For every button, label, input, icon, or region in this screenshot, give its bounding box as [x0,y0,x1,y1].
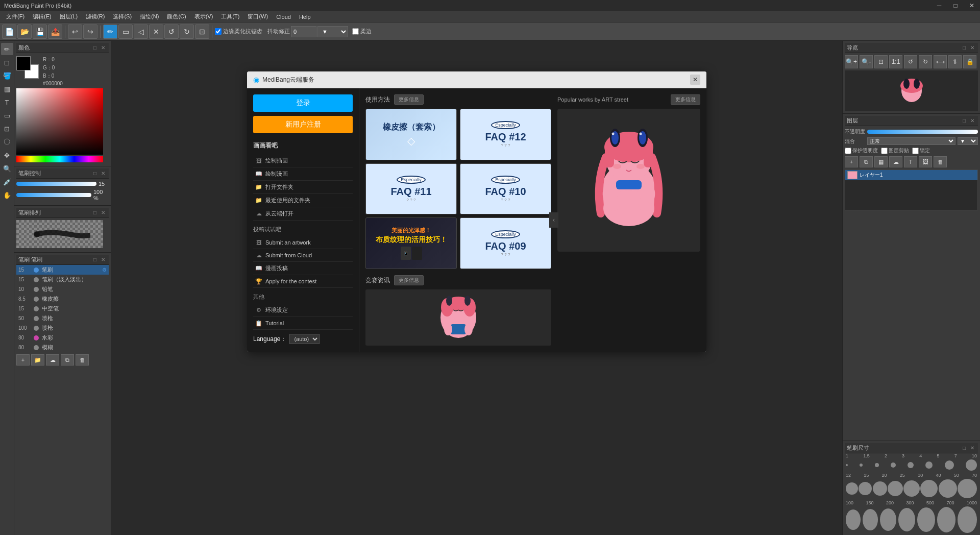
brush-cloud-btn[interactable]: ☁ [46,354,59,366]
protect-opacity-check[interactable]: 保护透明度 [845,147,878,154]
size-dot-1.5[interactable] [860,464,863,467]
layer-cloud-btn[interactable]: ☁ [889,156,902,167]
register-btn[interactable]: 新用户注册 [253,116,353,133]
modal-recent-folder[interactable]: 📁 最近使用的文件夹 [253,194,353,207]
toolbar-tool6[interactable]: ↻ [180,25,194,39]
size-dot-200[interactable] [880,508,896,531]
menu-tools[interactable]: 工具(T) [217,12,243,21]
nav-zoom-in[interactable]: 🔍+ [845,55,858,68]
brush-size-slider[interactable] [16,182,96,186]
nav-fit[interactable]: ⊡ [874,55,888,68]
brush-item-6[interactable]: 100 喷枪 [16,323,109,333]
size-dot-150[interactable] [863,509,878,530]
color-picker-gradient[interactable] [16,88,103,155]
modal-open-cloud[interactable]: ☁ 从云端打开 [253,207,353,221]
smooth-check[interactable]: 柔边 [352,28,372,35]
color-panel-close[interactable]: ✕ [100,44,107,52]
modal-submit-artwork[interactable]: 🖼 Submit an artwork [253,236,353,249]
size-dot-7[interactable] [945,460,954,470]
toolbar-tool7[interactable]: ⊡ [195,25,209,39]
toolbar-save[interactable]: 💾 [33,25,47,39]
login-btn[interactable]: 登录 [253,94,353,112]
fg-swatch[interactable] [16,56,31,70]
nav-flip-v[interactable]: ⥮ [948,55,962,68]
modal-close-btn[interactable]: ✕ [690,75,700,85]
tool-eraser[interactable]: ◻ [1,56,13,68]
maximize-btn[interactable]: □ [947,0,964,11]
antialias-check[interactable]: 边缘柔化抗锯齿 [215,28,262,35]
brush-add-btn[interactable]: + [16,354,30,366]
layer-copy-btn[interactable]: ⧉ [860,156,873,167]
tool-gradient[interactable]: ▦ [1,83,13,95]
contest-thumbnail[interactable] [365,289,551,346]
brush-control-collapse[interactable]: □ [91,170,99,177]
toolbar-new[interactable]: 📄 [2,25,16,39]
size-dot-1[interactable] [846,464,848,466]
brush-control-close[interactable]: ✕ [100,170,107,177]
nav-rot-right[interactable]: ↻ [919,55,932,68]
size-dot-12[interactable] [846,482,858,495]
popular-prev-btn[interactable]: ‹ [549,212,558,228]
lock-check[interactable]: 锁定 [912,147,930,154]
thumbnail-faq12[interactable]: Especially FAQ #12 ? ? ? [460,109,551,160]
size-dot-15[interactable] [859,482,872,495]
layer-panel-collapse[interactable]: □ [961,117,968,125]
toolbar-open[interactable]: 📂 [17,25,32,39]
brush-item-1[interactable]: 15 笔刷（淡入淡出） [16,275,109,284]
thumbnail-faq11[interactable]: Especially FAQ #11 ? ? ? [365,163,457,215]
popular-more-btn[interactable]: 更多信息 [671,94,700,105]
nav-flip-h[interactable]: ⟷ [934,55,947,68]
tool-zoom[interactable]: 🔍 [1,162,13,175]
modal-tutorial[interactable]: 📋 Tutorial [253,317,353,330]
layer-panel-close[interactable]: ✕ [969,117,976,125]
layer-group-btn[interactable]: ▦ [874,156,888,167]
size-dot-50[interactable] [939,479,957,498]
layer-del-btn[interactable]: 🗑 [934,156,947,167]
brush-list-close[interactable]: ✕ [100,256,107,263]
size-dot-25[interactable] [888,481,903,496]
nav-lock[interactable]: 🔒 [963,55,976,68]
size-dot-5[interactable] [925,461,933,469]
thumbnail-eraser[interactable]: 橡皮擦（套索） ◇ [365,109,457,160]
layer-text-btn[interactable]: T [904,156,917,167]
minimize-btn[interactable]: ─ [931,0,947,11]
brush-opacity-slider[interactable] [16,193,91,197]
hue-slider[interactable] [16,156,103,162]
nav-panel-close[interactable]: ✕ [969,44,976,52]
stabilize-select[interactable]: ▼ [317,26,348,37]
size-dot-70[interactable] [958,479,977,498]
toolbar-tool5[interactable]: ↺ [164,25,179,39]
brushsize-panel-close[interactable]: ✕ [969,445,976,452]
menu-select[interactable]: 选择(S) [109,12,136,21]
modal-open-folder[interactable]: 📁 打开文件夹 [253,181,353,194]
brush-item-4[interactable]: 15 中空笔 [16,304,109,313]
toolbar-tool2[interactable]: ▭ [118,25,133,39]
menu-cloud[interactable]: Cloud [272,13,295,21]
modal-manga-submit[interactable]: 📖 漫画投稿 [253,262,353,275]
size-dot-20[interactable] [873,481,887,496]
menu-view[interactable]: 表示(V) [190,12,217,21]
size-dot-30[interactable] [903,480,920,497]
layer-opacity-slider[interactable] [867,130,978,134]
brush-folder-btn[interactable]: 📁 [31,354,44,366]
size-dot-10[interactable] [966,459,977,471]
canvas-area[interactable]: ◉ MediBang云端服务 ✕ 登录 新用户注册 画画看吧 [111,41,842,535]
fg-bg-swatches[interactable] [16,56,39,79]
menu-edit[interactable]: 编辑(E) [29,12,56,21]
size-dot-4[interactable] [908,462,914,468]
menu-color[interactable]: 颜色(C) [163,12,190,21]
brush-item-0[interactable]: 15 笔刷 ⚙ [16,265,109,275]
modal-draw-manga[interactable]: 📖 绘制漫画 [253,167,353,181]
brush-preview-close[interactable]: ✕ [100,209,107,216]
modal-settings[interactable]: ⚙ 环境设定 [253,304,353,317]
size-dot-300[interactable] [898,508,915,531]
size-dot-700[interactable] [937,507,955,532]
blend-select[interactable]: 正常 [867,137,955,145]
size-dot-3[interactable] [891,463,896,468]
toolbar-tool4[interactable]: ✕ [149,25,163,39]
brush-copy-btn[interactable]: ⧉ [61,354,74,366]
brush-list-collapse[interactable]: □ [91,256,99,263]
toolbar-export[interactable]: 📤 [48,25,62,39]
tool-shape[interactable]: ▭ [1,109,13,121]
tool-lasso[interactable]: 〇 [1,136,13,148]
